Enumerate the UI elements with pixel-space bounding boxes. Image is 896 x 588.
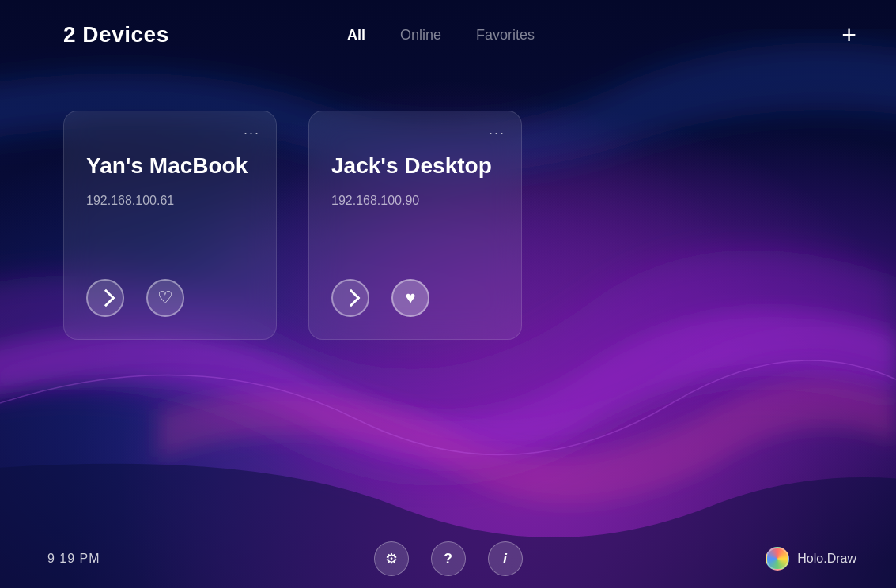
brand-logo: Holo.Draw	[766, 547, 856, 571]
info-button[interactable]	[488, 541, 523, 576]
info-icon	[503, 551, 507, 567]
app-content: 2 Devices All Online Favorites + ··· Yan…	[0, 0, 896, 588]
chevron-right-icon-2	[342, 289, 361, 307]
heart-icon-macbook	[157, 288, 173, 308]
card-actions-desktop	[331, 239, 502, 317]
clock-display: 9 19 PM	[47, 552, 100, 566]
filter-nav: All Online Favorites	[346, 24, 536, 47]
device-card-desktop[interactable]: ··· Jack's Desktop 192.168.100.90	[308, 111, 522, 340]
header: 2 Devices All Online Favorites +	[0, 0, 896, 63]
gear-icon	[385, 550, 398, 567]
nav-favorites[interactable]: Favorites	[474, 24, 536, 47]
add-device-button[interactable]: +	[841, 22, 856, 47]
brand-icon	[766, 547, 789, 571]
chevron-right-icon	[97, 289, 115, 307]
card-menu-macbook[interactable]: ···	[244, 126, 260, 140]
device-name-desktop: Jack's Desktop	[331, 153, 502, 179]
footer-action-icons	[374, 541, 523, 576]
brand-name: Holo.Draw	[797, 552, 856, 566]
settings-button[interactable]	[374, 541, 409, 576]
nav-online[interactable]: Online	[399, 24, 443, 47]
favorite-button-desktop[interactable]	[391, 279, 429, 317]
nav-all[interactable]: All	[346, 24, 367, 47]
card-actions-macbook	[86, 239, 257, 317]
help-button[interactable]	[431, 541, 466, 576]
device-name-macbook: Yan's MacBook	[86, 153, 257, 179]
device-card-macbook[interactable]: ··· Yan's MacBook 192.168.100.61	[63, 111, 277, 340]
heart-icon-desktop	[405, 288, 415, 308]
connect-button-desktop[interactable]	[331, 279, 369, 317]
footer: 9 19 PM Holo.Draw	[0, 534, 896, 588]
device-ip-desktop: 192.168.100.90	[331, 194, 502, 208]
device-count: 2 Devices	[63, 22, 169, 47]
help-icon	[444, 551, 452, 567]
card-menu-desktop[interactable]: ···	[489, 126, 505, 140]
connect-button-macbook[interactable]	[86, 279, 124, 317]
favorite-button-macbook[interactable]	[146, 279, 184, 317]
device-ip-macbook: 192.168.100.61	[86, 194, 257, 208]
devices-grid: ··· Yan's MacBook 192.168.100.61 ··· Jac…	[0, 63, 896, 534]
